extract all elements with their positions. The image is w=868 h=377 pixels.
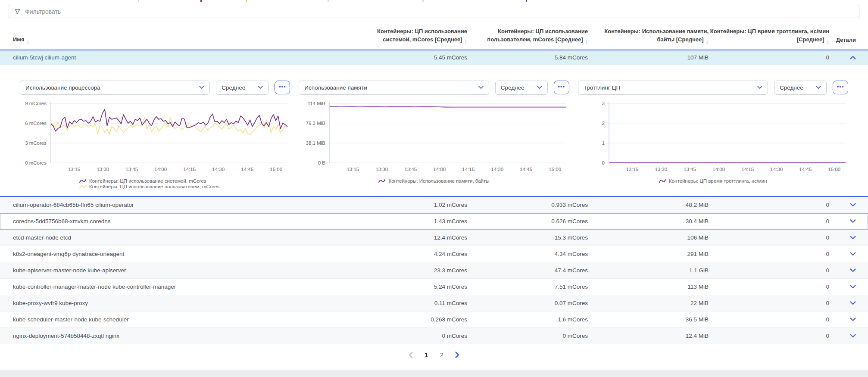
cpu-system-value: 1.02 mCores	[366, 202, 467, 208]
pod-name: kube-proxy-wvfr9 kube-proxy	[13, 300, 366, 306]
expand-row-button[interactable]	[829, 318, 856, 321]
table-row[interactable]: kube-controller-manager-master-node kube…	[0, 279, 868, 295]
table-row[interactable]: k8s2-oneagent-vmq6p dynatrace-oneagent4.…	[0, 246, 868, 262]
series-line-icon	[79, 184, 86, 189]
svg-text:14:15: 14:15	[741, 167, 754, 172]
table-row[interactable]: kube-apiserver-master-node kube-apiserve…	[0, 262, 868, 279]
column-header[interactable]: Контейнеры: ЦП использование пользовател…	[467, 28, 588, 44]
pod-name: kube-apiserver-master-node kube-apiserve…	[13, 267, 366, 274]
filter-icon	[14, 8, 21, 15]
chevron-down-icon	[850, 252, 856, 256]
table-row[interactable]: kube-proxy-wvfr9 kube-proxy0.11 mCores0.…	[0, 295, 868, 312]
pod-name: coredns-5dd5756b68-xmvkm coredns	[13, 218, 366, 224]
legend-entry: Контейнеры: Использование памяти, байты	[378, 178, 489, 184]
svg-text:0 B: 0 B	[318, 160, 326, 165]
filter-bar	[0, 3, 868, 22]
chevron-down-icon	[850, 334, 856, 338]
pod-name: cilium-5tcwj cilium-agent	[13, 54, 366, 61]
table-row[interactable]: etcd-master-node etcd12.4 mCores15.3 mCo…	[0, 230, 868, 246]
metric-select[interactable]: Использование памяти	[299, 81, 489, 95]
next-page-button[interactable]	[452, 349, 463, 361]
chevron-up-icon	[850, 56, 856, 59]
previous-page-button[interactable]	[405, 349, 416, 361]
expand-row-button[interactable]	[829, 268, 856, 272]
column-header[interactable]: Имя▲▼	[13, 36, 366, 44]
chart-panel-throttling: Троттлинг ЦП Среднее ••• 012313:1513:301…	[578, 81, 848, 189]
pod-name: etcd-master-node etcd	[13, 234, 366, 241]
table-row[interactable]: coredns-5dd5756b68-xmvkm coredns1.43 mCo…	[0, 213, 868, 230]
aggregation-select[interactable]: Среднее	[774, 81, 827, 95]
column-header-label: Детали	[836, 37, 856, 43]
memory-value: 106 MiB	[588, 234, 709, 241]
chevron-down-icon	[850, 318, 856, 321]
cpu-system-value: 0.11 mCores	[366, 300, 467, 306]
svg-text:13:45: 13:45	[125, 167, 138, 172]
cpu-throttling-chart: 012313:1513:3013:4514:0014:1514:3014:451…	[578, 100, 848, 174]
filter-input-wrapper[interactable]	[9, 5, 859, 18]
table-row[interactable]: nginx-deployment-574b58448-zxqtl nginx0 …	[0, 328, 868, 344]
cpu-system-value: 1.43 mCores	[366, 218, 467, 224]
expand-row-button[interactable]	[829, 236, 856, 240]
chevron-down-icon	[816, 86, 821, 89]
cpu-usage-chart: 0 mCores3 mCores6 mCores9 mCores13:1513:…	[20, 100, 290, 174]
cpu-system-value: 23.3 mCores	[366, 267, 467, 274]
expand-row-button[interactable]	[829, 252, 856, 256]
expand-row-button[interactable]	[829, 203, 856, 207]
page-button[interactable]: 2	[436, 349, 447, 361]
memory-value: 36.5 MiB	[588, 316, 709, 323]
aggregation-select[interactable]: Среднее	[495, 81, 548, 95]
svg-text:0: 0	[602, 160, 604, 165]
column-header[interactable]: Контейнеры: Использование памяти, байты …	[588, 28, 709, 44]
chevron-down-icon	[478, 86, 484, 89]
pod-name: kube-controller-manager-master-node kube…	[13, 284, 366, 290]
filter-input[interactable]	[25, 8, 854, 15]
column-header[interactable]: Контейнеры: ЦП использование системой, m…	[366, 28, 467, 44]
memory-value: 22 MiB	[588, 300, 709, 306]
svg-text:76.3 MiB: 76.3 MiB	[306, 120, 326, 125]
more-options-button[interactable]: •••	[275, 81, 290, 94]
metric-select[interactable]: Использование процессора	[20, 81, 210, 95]
memory-value: 107 MiB	[588, 54, 709, 61]
series-line-icon	[659, 179, 666, 183]
svg-text:1: 1	[602, 140, 604, 146]
pagination: 12	[0, 344, 868, 365]
svg-text:0 mCores: 0 mCores	[25, 160, 47, 165]
expand-row-button[interactable]	[829, 285, 856, 289]
table-row-expanded[interactable]: cilium-5tcwj cilium-agent 5.45 mCores 5.…	[0, 50, 868, 65]
svg-text:13:15: 13:15	[68, 167, 80, 172]
series-line-icon	[378, 179, 385, 183]
aggregation-select[interactable]: Среднее	[216, 81, 269, 95]
svg-text:15:00: 15:00	[549, 167, 562, 172]
svg-text:2: 2	[602, 121, 604, 126]
chevron-right-icon	[455, 352, 459, 358]
svg-text:14:15: 14:15	[183, 167, 196, 172]
page-buttons: 12	[421, 349, 447, 361]
clipped-top-content	[0, 0, 868, 3]
table-row[interactable]: kube-scheduler-master-node kube-schedule…	[0, 312, 868, 328]
svg-text:14:00: 14:00	[154, 167, 167, 172]
page-button[interactable]: 1	[421, 349, 432, 361]
expand-row-button[interactable]	[829, 301, 856, 305]
expand-row-button[interactable]	[829, 219, 856, 223]
cpu-user-value: 0.07 mCores	[467, 300, 588, 306]
throttling-value: 0	[709, 54, 829, 61]
more-options-button[interactable]: •••	[833, 81, 848, 94]
memory-value: 30.4 MiB	[588, 218, 709, 224]
sort-icon[interactable]: ▲▼	[27, 40, 29, 44]
aggregation-select-value: Среднее	[780, 84, 803, 91]
metric-select-value: Троттлинг ЦП	[584, 84, 621, 91]
chevron-down-icon	[537, 86, 542, 89]
metric-select[interactable]: Троттлинг ЦП	[578, 81, 768, 95]
svg-text:14:45: 14:45	[520, 167, 533, 172]
chart-panel-cpu: Использование процессора Среднее ••• 0 m…	[20, 81, 290, 189]
more-options-button[interactable]: •••	[554, 81, 569, 94]
svg-text:114 MiB: 114 MiB	[308, 101, 326, 106]
chevron-down-icon	[757, 86, 762, 89]
table-row[interactable]: cilium-operator-684cb65b-ffn65 cilium-op…	[0, 197, 868, 213]
legend-label: Контейнеры: Использование памяти, байты	[388, 178, 489, 184]
svg-text:13:30: 13:30	[655, 167, 667, 172]
cpu-system-value: 4.24 mCores	[366, 251, 467, 257]
collapse-row-button[interactable]	[829, 56, 856, 59]
expand-row-button[interactable]	[829, 334, 856, 338]
column-header[interactable]: Контейнеры: ЦП время троттлинга, нс/мин …	[709, 28, 829, 44]
